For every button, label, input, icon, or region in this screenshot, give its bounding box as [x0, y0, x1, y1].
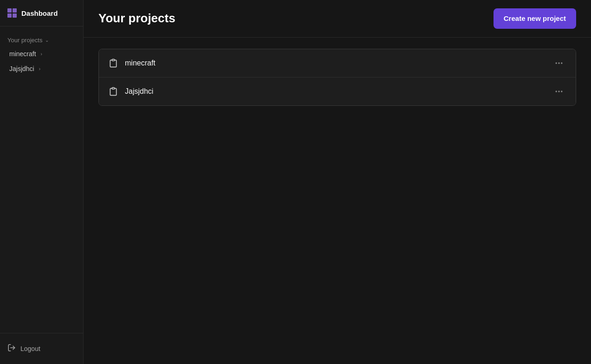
sidebar-nav: Your projects ⌄ minecraft › Jajsjdhci ›	[0, 26, 83, 333]
project-left: Jajsjdhci	[108, 86, 153, 97]
your-projects-label: Your projects	[7, 37, 42, 44]
logout-label: Logout	[20, 345, 40, 352]
main-content: Your projects Create new project minecra…	[84, 0, 591, 364]
sidebar-header: Dashboard	[0, 0, 83, 26]
project-left: minecraft	[108, 58, 156, 68]
sidebar-item-jajsjdhci[interactable]: Jajsjdhci ›	[0, 61, 83, 76]
project-name: Jajsjdhci	[125, 87, 153, 96]
projects-list: minecraft	[98, 49, 576, 106]
project-clipboard-icon	[108, 86, 118, 97]
create-new-project-button[interactable]: Create new project	[494, 8, 576, 29]
chevron-down-icon: ⌄	[45, 38, 49, 43]
svg-point-8	[561, 91, 562, 92]
svg-rect-5	[112, 87, 115, 89]
svg-point-2	[556, 62, 557, 64]
svg-rect-1	[112, 59, 115, 60]
sidebar-item-label: minecraft	[9, 50, 36, 58]
svg-point-3	[558, 62, 559, 64]
project-clipboard-icon	[108, 58, 118, 68]
project-name: minecraft	[125, 59, 156, 67]
page-title: Your projects	[98, 11, 175, 26]
sidebar-item-minecraft[interactable]: minecraft ›	[0, 46, 83, 61]
main-body: minecraft	[84, 38, 591, 364]
svg-point-7	[558, 91, 559, 92]
logout-button[interactable]: Logout	[7, 341, 76, 357]
project-more-button[interactable]	[552, 86, 566, 97]
table-row[interactable]: minecraft	[99, 49, 576, 78]
dashboard-logo-icon	[7, 8, 17, 18]
sidebar-item-arrow-icon: ›	[39, 66, 40, 72]
sidebar: Dashboard Your projects ⌄ minecraft › Ja…	[0, 0, 84, 364]
svg-point-4	[561, 62, 562, 64]
sidebar-footer: Logout	[0, 333, 83, 364]
sidebar-item-label: Jajsjdhci	[9, 65, 34, 72]
sidebar-item-arrow-icon: ›	[41, 52, 42, 57]
your-projects-section[interactable]: Your projects ⌄	[0, 34, 83, 46]
project-more-button[interactable]	[552, 58, 566, 69]
main-header: Your projects Create new project	[84, 0, 591, 38]
logout-icon	[7, 344, 16, 354]
sidebar-title: Dashboard	[21, 9, 58, 17]
table-row[interactable]: Jajsjdhci	[99, 78, 576, 105]
svg-point-6	[556, 91, 557, 92]
